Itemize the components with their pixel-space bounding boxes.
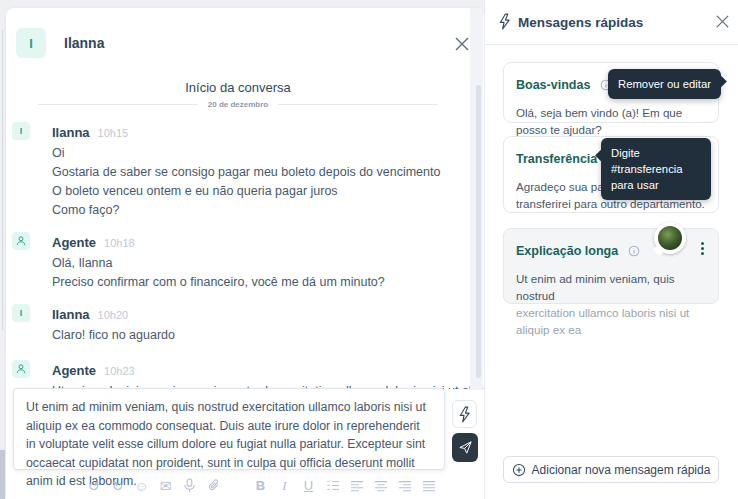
divider-line	[278, 104, 438, 105]
card-body: Olá, seja bem vindo (a)! Em que posso te…	[516, 104, 706, 138]
italic-icon[interactable]: I	[276, 477, 293, 494]
card-body: Ut enim ad minim veniam, quis nostrud ex…	[516, 270, 706, 338]
underline-icon[interactable]: U	[300, 477, 317, 494]
undo-icon[interactable]: ↺	[85, 477, 102, 494]
message-line: Gostaria de saber se consigo pagar meu b…	[52, 163, 440, 182]
message-line: O boleto venceu ontem e eu não queria pa…	[52, 182, 440, 201]
message-time: 10h23	[104, 365, 135, 377]
panel-title: Mensagens rápidas	[518, 15, 643, 30]
message-line: Como faço?	[52, 201, 440, 220]
composer-toolbar: ↺ ↻ ☺ ✉ B I U	[85, 477, 437, 494]
card-title: Explicação longa	[516, 244, 618, 258]
message-author: Agente	[52, 363, 96, 378]
scrollbar-thumb[interactable]	[476, 85, 481, 378]
send-button[interactable]	[452, 433, 478, 462]
avatar: I	[16, 28, 46, 58]
page: I Ilanna Início da conversa 20 de dezemb…	[0, 0, 738, 499]
tooltip-transfer-hint: Digite #transferencia para usar	[601, 138, 711, 200]
microphone-icon[interactable]	[181, 477, 198, 494]
tooltip-remove-or-edit: Remover ou editar	[608, 69, 721, 99]
message-header: Agente10h23	[52, 361, 135, 379]
message-header: Ilanna10h15	[52, 123, 128, 141]
date-label: 20 de dezembro	[198, 100, 278, 109]
card-title: Transferência	[516, 152, 597, 166]
background-panel-edge	[2, 30, 3, 330]
message-author: Agente	[52, 235, 96, 250]
message-time: 10h20	[98, 309, 129, 321]
lightning-icon	[458, 406, 471, 423]
contact-name: Ilanna	[64, 35, 104, 51]
align-right-icon[interactable]	[396, 477, 413, 494]
message-line: Oi	[52, 144, 440, 163]
email-icon[interactable]: ✉	[157, 477, 174, 494]
avatar: I	[12, 122, 30, 140]
card-body-line-faded: exercitation ullamco laboris nisi ut ali…	[516, 304, 706, 338]
message-line: Claro! fico no aguardo	[52, 326, 175, 345]
date-divider: 20 de dezembro	[38, 100, 438, 109]
list-icon[interactable]	[324, 477, 341, 494]
message-lines: Olá, Ilanna Preciso confirmar com o fina…	[52, 254, 385, 292]
card-body-line: Ut enim ad minim veniam, quis nostrud	[516, 270, 706, 304]
message-time: 10h18	[104, 237, 135, 249]
background-panel-corner	[0, 450, 5, 499]
quick-messages-panel: Mensagens rápidas Boas-vindas Olá, seja …	[484, 0, 738, 499]
add-button-label: Adicionar nova mensagem rápida	[532, 463, 711, 477]
align-left-icon[interactable]	[348, 477, 365, 494]
message-time: 10h15	[98, 127, 129, 139]
divider-line	[38, 104, 198, 105]
close-icon[interactable]	[715, 14, 731, 30]
message-author: Ilanna	[52, 307, 90, 322]
kebab-menu-icon[interactable]	[695, 240, 709, 256]
avatar: I	[12, 304, 30, 322]
user-avatar-bubble	[654, 222, 686, 254]
message-line: Olá, Ilanna	[52, 254, 385, 273]
person-icon	[12, 232, 30, 250]
plus-circle-icon	[512, 463, 526, 477]
align-justify-icon[interactable]	[420, 477, 437, 494]
message-lines: Oi Gostaria de saber se consigo pagar me…	[52, 144, 440, 220]
avatar-initial: I	[20, 308, 23, 318]
bold-icon[interactable]: B	[252, 477, 269, 494]
align-center-icon[interactable]	[372, 477, 389, 494]
quick-messages-button[interactable]	[452, 400, 477, 428]
avatar-initial: I	[20, 126, 23, 136]
message-line: Preciso confirmar com o financeiro, você…	[52, 273, 385, 292]
emoji-icon[interactable]: ☺	[133, 477, 150, 494]
paper-plane-icon	[458, 440, 473, 455]
add-quick-message-button[interactable]: Adicionar nova mensagem rápida	[503, 456, 719, 483]
redo-icon[interactable]: ↻	[109, 477, 126, 494]
info-icon[interactable]	[628, 243, 640, 261]
message-author: Ilanna	[52, 125, 90, 140]
chat-panel: I Ilanna Início da conversa 20 de dezemb…	[6, 8, 484, 499]
conversation-start-label: Início da conversa	[6, 80, 470, 95]
chat-header: I Ilanna	[6, 8, 484, 72]
message-header: Ilanna10h20	[52, 305, 128, 323]
person-icon	[12, 360, 30, 378]
tooltip-arrow	[714, 75, 727, 88]
message-header: Agente10h18	[52, 233, 135, 251]
attachment-icon[interactable]	[205, 477, 222, 494]
lightning-icon	[498, 13, 511, 34]
quick-messages-header: Mensagens rápidas	[485, 0, 738, 45]
avatar-initial: I	[29, 36, 33, 51]
message-lines: Claro! fico no aguardo	[52, 326, 175, 345]
message-input[interactable]: Ut enim ad minim veniam, quis nostrud ex…	[13, 388, 445, 470]
card-title: Boas-vindas	[516, 78, 590, 92]
quick-message-card-explicacao-longa[interactable]: Explicação longa Ut enim ad minim veniam…	[503, 228, 719, 304]
avatar-photo	[658, 226, 682, 250]
